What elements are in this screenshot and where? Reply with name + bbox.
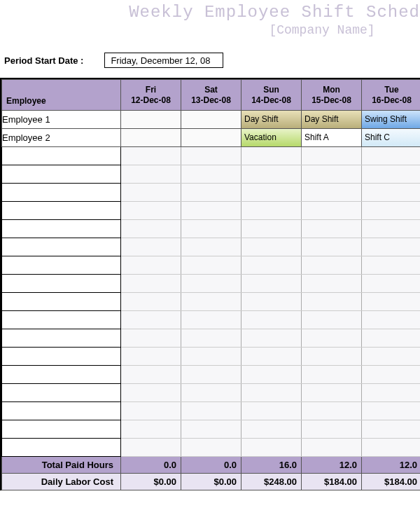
employee-cell[interactable] [2, 366, 121, 384]
shift-cell[interactable] [362, 165, 421, 184]
shift-cell[interactable] [121, 402, 181, 420]
shift-cell[interactable] [181, 129, 241, 147]
shift-cell[interactable] [121, 348, 181, 366]
shift-cell[interactable] [181, 384, 241, 402]
shift-cell[interactable] [121, 329, 181, 348]
shift-cell[interactable] [302, 420, 362, 439]
shift-cell[interactable] [121, 129, 181, 147]
employee-cell[interactable] [2, 384, 121, 402]
shift-cell[interactable] [121, 439, 181, 457]
shift-cell[interactable] [362, 311, 421, 329]
shift-cell[interactable] [121, 111, 181, 129]
shift-cell[interactable] [302, 329, 362, 348]
shift-cell[interactable] [121, 165, 181, 184]
employee-cell[interactable] [2, 402, 121, 420]
shift-cell[interactable] [302, 184, 362, 202]
shift-cell[interactable] [181, 439, 241, 457]
shift-cell[interactable]: Vacation [241, 129, 302, 147]
employee-cell[interactable] [2, 165, 121, 184]
shift-cell[interactable] [302, 147, 362, 165]
shift-cell[interactable] [121, 202, 181, 220]
shift-cell[interactable] [181, 111, 241, 129]
shift-cell[interactable] [181, 202, 241, 220]
shift-cell[interactable] [181, 238, 241, 256]
shift-cell[interactable] [181, 184, 241, 202]
shift-cell[interactable] [362, 402, 421, 420]
shift-cell[interactable] [302, 402, 362, 420]
shift-cell[interactable] [362, 293, 421, 311]
employee-cell[interactable] [2, 348, 121, 366]
shift-cell[interactable] [241, 184, 302, 202]
shift-cell[interactable] [362, 275, 421, 293]
shift-cell[interactable] [181, 220, 241, 238]
shift-cell[interactable] [241, 366, 302, 384]
employee-cell[interactable] [2, 184, 121, 202]
shift-cell[interactable] [121, 311, 181, 329]
employee-cell[interactable] [2, 275, 121, 293]
shift-cell[interactable] [302, 293, 362, 311]
shift-cell[interactable] [362, 202, 421, 220]
shift-cell[interactable] [241, 420, 302, 439]
shift-cell[interactable] [241, 275, 302, 293]
shift-cell[interactable] [241, 402, 302, 420]
employee-cell[interactable] [2, 311, 121, 329]
employee-cell[interactable] [2, 256, 121, 275]
shift-cell[interactable] [121, 366, 181, 384]
shift-cell[interactable] [362, 384, 421, 402]
shift-cell[interactable] [121, 238, 181, 256]
shift-cell[interactable] [241, 256, 302, 275]
shift-cell[interactable] [302, 165, 362, 184]
employee-cell[interactable] [2, 420, 121, 439]
shift-cell[interactable] [121, 384, 181, 402]
shift-cell[interactable] [181, 293, 241, 311]
shift-cell[interactable]: Day Shift [241, 111, 302, 129]
shift-cell[interactable] [241, 439, 302, 457]
shift-cell[interactable] [241, 329, 302, 348]
shift-cell[interactable] [362, 366, 421, 384]
shift-cell[interactable] [241, 348, 302, 366]
shift-cell[interactable] [241, 384, 302, 402]
shift-cell[interactable] [362, 220, 421, 238]
shift-cell[interactable] [362, 256, 421, 275]
shift-cell[interactable] [181, 256, 241, 275]
shift-cell[interactable] [241, 293, 302, 311]
shift-cell[interactable] [181, 275, 241, 293]
shift-cell[interactable] [181, 147, 241, 165]
shift-cell[interactable] [121, 275, 181, 293]
employee-cell[interactable] [2, 439, 121, 457]
shift-cell[interactable] [241, 165, 302, 184]
shift-cell[interactable] [302, 348, 362, 366]
shift-cell[interactable] [121, 147, 181, 165]
shift-cell[interactable] [362, 348, 421, 366]
employee-cell[interactable] [2, 238, 121, 256]
shift-cell[interactable] [302, 439, 362, 457]
shift-cell[interactable] [302, 311, 362, 329]
employee-cell[interactable] [2, 147, 121, 165]
shift-cell[interactable] [302, 220, 362, 238]
shift-cell[interactable] [362, 238, 421, 256]
shift-cell[interactable] [362, 184, 421, 202]
shift-cell[interactable] [362, 420, 421, 439]
shift-cell[interactable] [181, 402, 241, 420]
shift-cell[interactable]: Shift A [302, 129, 362, 147]
shift-cell[interactable] [181, 420, 241, 439]
shift-cell[interactable] [302, 366, 362, 384]
shift-cell[interactable] [181, 329, 241, 348]
shift-cell[interactable] [121, 293, 181, 311]
shift-cell[interactable] [241, 238, 302, 256]
shift-cell[interactable] [181, 311, 241, 329]
shift-cell[interactable] [181, 366, 241, 384]
shift-cell[interactable] [181, 165, 241, 184]
period-start-input[interactable]: Friday, December 12, 08 [104, 53, 223, 68]
shift-cell[interactable] [241, 147, 302, 165]
shift-cell[interactable] [121, 256, 181, 275]
shift-cell[interactable] [241, 202, 302, 220]
shift-cell[interactable] [241, 220, 302, 238]
shift-cell[interactable] [302, 256, 362, 275]
shift-cell[interactable] [302, 238, 362, 256]
shift-cell[interactable] [181, 348, 241, 366]
employee-cell[interactable] [2, 329, 121, 348]
shift-cell[interactable]: Shift C [362, 129, 421, 147]
employee-cell[interactable] [2, 202, 121, 220]
shift-cell[interactable] [362, 329, 421, 348]
